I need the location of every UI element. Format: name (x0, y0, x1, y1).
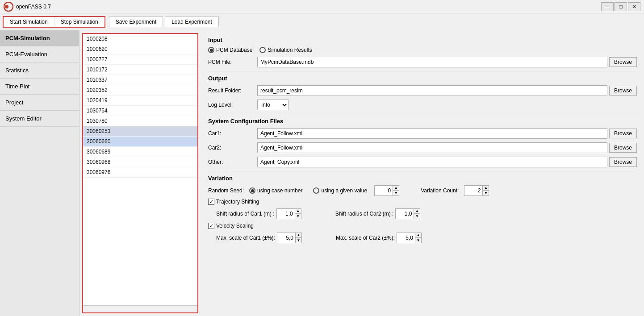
car2-row: Car2: Browse (208, 142, 637, 153)
scale-car1-input[interactable] (277, 233, 295, 243)
list-item[interactable]: 1030754 (83, 106, 197, 116)
trajectory-checkbox[interactable]: Trajectory Shifting (208, 199, 259, 205)
sidebar-item-system-editor[interactable]: System Editor (0, 111, 79, 127)
scale-car2-spinbox-btns: ▲ ▼ (415, 233, 421, 243)
stop-simulation-btn[interactable]: Stop Simulation (54, 17, 105, 27)
random-seed-row: Random Seed: using case number using a g… (208, 185, 637, 196)
list-item[interactable]: 1020419 (83, 96, 197, 106)
scale-car1-spinbox-btns: ▲ ▼ (295, 233, 301, 243)
shift-car2-spinbox-btns: ▲ ▼ (414, 209, 420, 219)
browse-other-btn[interactable]: Browse (609, 157, 637, 167)
pcm-file-input[interactable] (257, 57, 607, 67)
radio-given-value[interactable]: using a given value (313, 187, 367, 194)
right-panel: Input PCM Database Simulation Results PC… (201, 30, 644, 316)
scale-car1-up-btn[interactable]: ▲ (295, 233, 301, 238)
trajectory-shifting-row: Trajectory Shifting (208, 199, 637, 205)
shift-car1-input[interactable] (277, 209, 295, 219)
variation-count-input[interactable] (464, 186, 482, 195)
list-item[interactable]: 30060689 (83, 147, 197, 157)
sidebar-item-time-plot[interactable]: Time Plot (0, 79, 79, 95)
velocity-checkbox[interactable]: Velocity Scaling (208, 223, 254, 229)
load-experiment-btn[interactable]: Load Experiment (165, 17, 219, 27)
variation-count-spinbox: ▲ ▼ (464, 185, 489, 196)
shift-car2-down-btn[interactable]: ▼ (414, 214, 420, 219)
input-section-header: Input (208, 37, 637, 43)
pcm-file-label: PCM File: (208, 59, 257, 65)
shift-car1-up-btn[interactable]: ▲ (295, 209, 301, 214)
shift-car1-item: Shift radius of Car1 (m) : ▲ ▼ (216, 208, 301, 219)
radio-case-number-circle (249, 187, 255, 194)
shift-car1-spinbox-btns: ▲ ▼ (295, 209, 301, 219)
seed-up-btn[interactable]: ▲ (393, 186, 399, 191)
list-item[interactable]: 30060976 (83, 167, 197, 178)
list-item[interactable]: 1030780 (83, 116, 197, 126)
list-item[interactable]: 1020352 (83, 85, 197, 96)
logo-icon (4, 2, 13, 12)
seed-down-btn[interactable]: ▼ (393, 191, 399, 195)
case-list-panel: 1000208 1000620 1000727 1010172 1010337 … (82, 33, 198, 313)
seed-value-input[interactable] (375, 186, 393, 195)
divider-2 (208, 114, 637, 114)
list-scrollbar[interactable] (83, 305, 197, 312)
other-input[interactable] (257, 157, 607, 167)
maximize-btn[interactable]: □ (615, 2, 627, 11)
browse-pcm-file-btn[interactable]: Browse (609, 57, 637, 67)
browse-car2-btn[interactable]: Browse (609, 143, 637, 153)
variation-count-down-btn[interactable]: ▼ (482, 191, 489, 195)
scale-car2-input[interactable] (397, 233, 415, 243)
list-item[interactable]: 1010172 (83, 65, 197, 75)
car1-label: Car1: (208, 130, 257, 137)
radio-simulation-results[interactable]: Simulation Results (259, 47, 312, 53)
scale-car2-down-btn[interactable]: ▼ (415, 238, 421, 243)
radio-case-number[interactable]: using case number (249, 187, 302, 194)
close-btn[interactable]: ✕ (628, 2, 640, 11)
shift-car2-spinbox: ▲ ▼ (395, 208, 420, 219)
trajectory-checkbox-box (208, 199, 214, 205)
result-folder-input[interactable] (257, 85, 607, 96)
list-item[interactable]: 30060968 (83, 157, 197, 167)
shift-car1-down-btn[interactable]: ▼ (295, 214, 301, 219)
main-layout: PCM-Simulation PCM-Evaluation Statistics… (0, 30, 644, 316)
app-logo (4, 2, 13, 12)
svg-point-1 (5, 5, 8, 8)
list-item[interactable]: 1000620 (83, 44, 197, 54)
shift-car2-up-btn[interactable]: ▲ (414, 209, 420, 214)
list-item[interactable]: 30060253 (83, 126, 197, 137)
sidebar-item-project[interactable]: Project (0, 95, 79, 111)
scale-car2-up-btn[interactable]: ▲ (415, 233, 421, 238)
radio-pcm-database-circle (208, 47, 214, 53)
divider-1 (208, 71, 637, 71)
scale-car1-down-btn[interactable]: ▼ (295, 238, 301, 243)
variation-count-up-btn[interactable]: ▲ (482, 186, 489, 191)
log-level-select[interactable]: Info Debug Warning Error (257, 100, 289, 110)
pcm-file-row: PCM File: Browse (208, 57, 637, 67)
browse-car1-btn[interactable]: Browse (609, 129, 637, 138)
list-item[interactable]: 1010337 (83, 75, 197, 85)
result-folder-label: Result Folder: (208, 87, 257, 94)
list-item[interactable]: 30060660 (83, 137, 197, 147)
car2-input[interactable] (257, 142, 607, 153)
log-level-label: Log Level: (208, 102, 257, 108)
variation-count-label: Variation Count: (421, 187, 459, 194)
browse-result-folder-btn[interactable]: Browse (609, 86, 637, 96)
variation-header: Variation (208, 175, 637, 182)
title-bar-left: openPASS 0.7 (4, 2, 51, 12)
input-type-radio-group: PCM Database Simulation Results (208, 47, 637, 53)
save-experiment-btn[interactable]: Save Experiment (109, 17, 163, 27)
car1-input[interactable] (257, 128, 607, 139)
shift-radius-row: Shift radius of Car1 (m) : ▲ ▼ Shift rad… (208, 208, 637, 219)
shift-car2-input[interactable] (396, 209, 414, 219)
car2-label: Car2: (208, 145, 257, 151)
list-item[interactable]: 1000727 (83, 54, 197, 65)
minimize-btn[interactable]: — (601, 2, 614, 11)
scale-car2-spinbox: ▲ ▼ (397, 233, 422, 243)
sidebar-item-statistics[interactable]: Statistics (0, 62, 79, 79)
radio-pcm-database[interactable]: PCM Database (208, 47, 252, 53)
list-item[interactable]: 1000208 (83, 34, 197, 44)
output-section-header: Output (208, 75, 637, 82)
start-simulation-btn[interactable]: Start Simulation (4, 17, 54, 27)
sidebar-item-pcm-simulation[interactable]: PCM-Simulation (0, 30, 79, 46)
simulation-btn-group: Start Simulation Stop Simulation (3, 16, 105, 28)
result-folder-row: Result Folder: Browse (208, 85, 637, 96)
sidebar-item-pcm-evaluation[interactable]: PCM-Evaluation (0, 46, 79, 62)
